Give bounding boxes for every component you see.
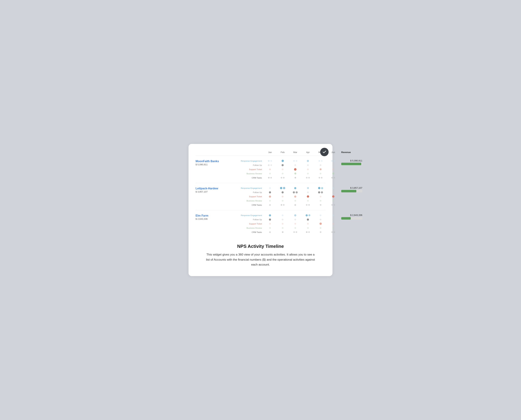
dot xyxy=(321,187,323,189)
dots-row xyxy=(264,214,340,216)
month-dots-5 xyxy=(327,191,340,193)
month-dots-5 xyxy=(327,204,340,206)
month-dots-2 xyxy=(289,214,302,216)
dot xyxy=(269,173,271,174)
dot xyxy=(270,177,272,179)
account-section-0: MoonFaith Banks$ 5,090,911Response Engag… xyxy=(196,156,325,183)
dot xyxy=(332,195,334,198)
month-dots-5 xyxy=(327,168,340,170)
revenue-bar-area: $ 5,090,911 xyxy=(341,159,362,165)
dot xyxy=(294,227,296,229)
month-dots-0 xyxy=(264,177,276,179)
revenue-bar-container xyxy=(341,217,362,220)
month-dots-4 xyxy=(314,191,327,193)
month-dots-1 xyxy=(276,164,289,166)
dot xyxy=(320,231,321,233)
revenue-value: $ 3,857,107 xyxy=(341,187,362,189)
month-dots-3 xyxy=(302,195,314,198)
month-dots-0 xyxy=(264,214,276,216)
dot xyxy=(282,164,284,166)
dot xyxy=(282,223,284,225)
month-dots-3 xyxy=(302,168,314,170)
month-dots-3 xyxy=(302,187,314,189)
month-dots-1 xyxy=(276,214,289,216)
month-dots-1 xyxy=(276,204,289,206)
main-card: JanFebMarAprMayJun Revenue MoonFaith Ban… xyxy=(189,144,332,276)
dot xyxy=(283,177,285,179)
month-dots-1 xyxy=(276,160,289,162)
month-dots-3 xyxy=(302,204,314,206)
month-dots-4 xyxy=(314,168,327,170)
dot xyxy=(269,223,271,225)
month-dots-3 xyxy=(302,173,314,174)
dot xyxy=(332,214,334,216)
month-dots-5 xyxy=(327,172,340,174)
month-dots-0 xyxy=(264,231,276,233)
month-dots-4 xyxy=(314,200,327,202)
month-dots-2 xyxy=(289,187,302,189)
dot xyxy=(281,204,282,206)
month-dots-4 xyxy=(314,231,327,233)
account-name: MoonFaith Banks xyxy=(196,160,238,163)
dot xyxy=(309,214,310,216)
activity-label: CRM Tasks xyxy=(238,204,264,206)
dot xyxy=(281,177,282,179)
revenue-bar-fill xyxy=(341,217,351,220)
dot xyxy=(268,160,270,162)
month-dots-0 xyxy=(264,223,276,225)
month-dots-2 xyxy=(289,195,302,198)
dot xyxy=(296,191,298,193)
dot xyxy=(269,218,271,221)
month-dots-1 xyxy=(276,231,289,233)
month-dots-5 xyxy=(327,160,340,162)
month-dots-4 xyxy=(314,164,327,166)
dot xyxy=(307,168,309,170)
month-header-apr: Apr xyxy=(302,151,314,154)
activity-row-4: CRM Tasks xyxy=(238,203,340,207)
dot xyxy=(269,187,271,189)
revenue-bar-area: $ 3,857,107 xyxy=(341,186,362,192)
activity-label: Response Engagement xyxy=(238,214,264,216)
month-dots-5 xyxy=(327,219,340,220)
dot xyxy=(321,177,323,179)
month-dots-5 xyxy=(327,231,340,233)
account-info: MoonFaith Banks$ 5,090,911 xyxy=(196,159,238,166)
account-info: Lettpack-Hardew$ 3,857,107 xyxy=(196,186,238,193)
month-dots-1 xyxy=(276,168,289,170)
dot xyxy=(269,195,271,198)
dot xyxy=(282,196,284,197)
dot xyxy=(269,204,271,206)
dot xyxy=(307,200,309,202)
month-dots-4 xyxy=(314,177,327,179)
dot xyxy=(307,227,309,229)
activity-label: CRM Tasks xyxy=(238,177,264,179)
month-dots-5 xyxy=(327,227,340,229)
dot xyxy=(321,160,323,162)
dot xyxy=(294,164,296,166)
month-dots-3 xyxy=(302,191,314,193)
month-dots-1 xyxy=(276,227,289,229)
dot xyxy=(296,160,297,162)
account-row: Elm Farm$ 2,643,336Response EngagementFo… xyxy=(196,213,325,234)
dot xyxy=(332,227,334,229)
dots-row xyxy=(264,164,340,166)
month-dots-2 xyxy=(289,160,302,162)
dot xyxy=(307,195,309,198)
month-dots-2 xyxy=(289,164,302,166)
activity-label: Business Review xyxy=(238,200,264,202)
accounts-container: MoonFaith Banks$ 5,090,911Response Engag… xyxy=(196,156,325,237)
month-dots-4 xyxy=(314,219,327,220)
month-dots-1 xyxy=(276,191,289,193)
month-dots-4 xyxy=(314,204,327,206)
widget-description: This widget gives you a 360 view of your… xyxy=(206,252,315,268)
month-dots-4 xyxy=(314,223,327,225)
dot xyxy=(282,227,284,229)
dot xyxy=(268,177,270,179)
dot xyxy=(320,227,321,229)
activity-grid: Response EngagementFollow UpSupport Tick… xyxy=(238,186,340,207)
month-dots-4 xyxy=(314,214,327,216)
dot xyxy=(270,160,272,162)
dot xyxy=(294,223,296,225)
month-dots-1 xyxy=(276,223,289,225)
account-row: MoonFaith Banks$ 5,090,911Response Engag… xyxy=(196,159,325,180)
